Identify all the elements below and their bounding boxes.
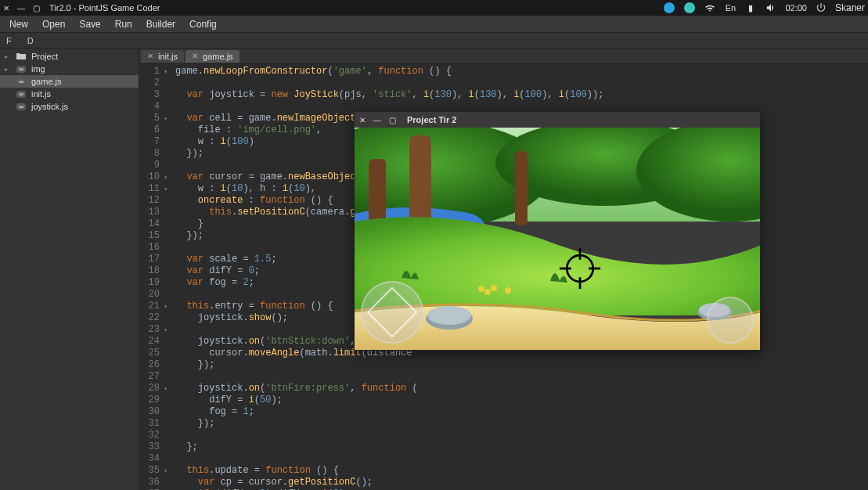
menu-open[interactable]: Open [36, 17, 71, 31]
sidebar-item-label: game.js [31, 77, 62, 86]
close-icon[interactable]: ✕ [359, 116, 366, 124]
menu-run[interactable]: Run [109, 17, 139, 31]
tab-game-js[interactable]: ✕game.js [185, 50, 240, 63]
game-window-titlebar[interactable]: ✕ — ▢ Project Tir 2 [355, 112, 760, 128]
svg-point-8 [427, 306, 471, 325]
maximize-icon[interactable]: ▢ [33, 4, 40, 13]
svg-point-12 [484, 289, 491, 295]
svg-rect-5 [409, 135, 431, 229]
power-icon[interactable] [815, 2, 827, 14]
svg-point-14 [505, 287, 511, 294]
sidebar-item-joystick-js[interactable]: ∞joystick.js [0, 100, 139, 113]
chain-icon: ∞ [16, 89, 27, 99]
close-icon[interactable]: ✕ [147, 52, 153, 60]
volume-icon[interactable] [765, 2, 777, 14]
sidebar-item-init-js[interactable]: ∞init.js [0, 88, 139, 100]
tab-label: init.js [158, 52, 178, 61]
tab-init-js[interactable]: ✕init.js [141, 50, 184, 63]
game-preview-window[interactable]: ✕ — ▢ Project Tir 2 [354, 111, 761, 351]
virtual-joystick-fire[interactable] [707, 297, 754, 344]
project-icon [16, 52, 27, 61]
app-title: Tir2.0 - PointJS Game Coder [49, 3, 160, 13]
sidebar-item-label: img [31, 64, 45, 74]
sidebar-item-game-js[interactable]: ∞game.js [0, 75, 139, 88]
chain-icon: ∞ [16, 77, 27, 86]
chain-icon: ∞ [16, 102, 27, 111]
svg-point-11 [478, 286, 484, 292]
minimize-icon[interactable]: — [17, 4, 25, 13]
menu-builder[interactable]: Builder [140, 17, 182, 31]
language-indicator[interactable]: En [724, 2, 737, 14]
system-tray: En ▮ 02:00 Skaner [663, 2, 865, 14]
toolbar-d[interactable]: D [24, 36, 37, 45]
chevron-right-icon: ▸ [5, 66, 11, 73]
window-controls: ✕ — ▢ [3, 4, 40, 13]
virtual-joystick-move[interactable] [361, 281, 423, 344]
sidebar-item-label: init.js [31, 89, 51, 99]
svg-point-13 [491, 285, 497, 291]
sidebar-item-img[interactable]: ▸∞img [0, 63, 139, 75]
menu-save[interactable]: Save [73, 17, 106, 31]
svg-rect-6 [515, 151, 528, 225]
clock[interactable]: 02:00 [785, 3, 807, 13]
toolbar: F D [0, 33, 868, 49]
sidebar-item-label: Project [31, 52, 58, 61]
close-icon[interactable]: ✕ [192, 52, 198, 60]
wifi-icon[interactable] [704, 2, 716, 14]
os-titlebar: ✕ — ▢ Tir2.0 - PointJS Game Coder En ▮ 0… [0, 0, 868, 16]
sidebar: ▸Project▸∞img∞game.js∞init.js∞joystick.j… [0, 49, 139, 490]
game-window-title: Project Tir 2 [407, 115, 456, 124]
line-gutter: 1234567891011121314151617181920212223242… [139, 66, 164, 490]
minimize-icon[interactable]: — [373, 116, 381, 124]
sidebar-item-label: joystick.js [31, 102, 68, 111]
chevron-right-icon: ▸ [5, 53, 11, 60]
user-label[interactable]: Skaner [835, 2, 865, 13]
editor-tabstrip: ✕init.js✕game.js [139, 49, 868, 64]
maximize-icon[interactable]: ▢ [389, 116, 396, 124]
chain-icon: ∞ [16, 64, 27, 74]
game-canvas[interactable] [355, 128, 760, 350]
tab-label: game.js [203, 52, 233, 61]
battery-icon[interactable]: ▮ [744, 2, 757, 14]
toolbar-f[interactable]: F [3, 36, 15, 45]
telegram-icon[interactable] [663, 2, 675, 14]
chat-icon[interactable] [683, 2, 696, 14]
close-icon[interactable]: ✕ [3, 4, 9, 13]
menubar: NewOpenSaveRunBuilderConfig [0, 16, 868, 33]
menu-new[interactable]: New [3, 17, 34, 31]
sidebar-item-Project[interactable]: ▸Project [0, 50, 139, 63]
menu-config[interactable]: Config [183, 17, 223, 31]
crosshair-icon [558, 247, 602, 290]
